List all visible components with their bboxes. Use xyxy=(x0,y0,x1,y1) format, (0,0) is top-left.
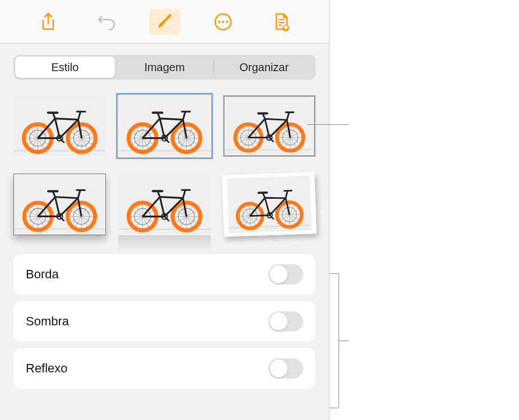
inspector-body: Estilo Imagem Organizar xyxy=(0,44,329,400)
option-label: Reflexo xyxy=(26,361,68,376)
svg-point-2 xyxy=(222,21,224,23)
option-reflexo-row: Reflexo xyxy=(13,348,316,389)
style-options: Borda Sombra Reflexo xyxy=(13,254,316,389)
toolbar xyxy=(0,0,329,44)
svg-point-1 xyxy=(218,21,220,23)
bicycle-icon xyxy=(118,95,211,157)
callout-line-thumb xyxy=(307,124,349,125)
bicycle-icon xyxy=(14,174,105,235)
toggle-knob xyxy=(270,312,288,330)
style-thumb-thin-border[interactable] xyxy=(13,174,106,235)
bicycle-icon xyxy=(13,95,106,157)
toggle-reflexo[interactable] xyxy=(268,358,303,379)
tab-label: Estilo xyxy=(51,61,78,74)
option-label: Borda xyxy=(26,267,59,282)
tab-organizar[interactable]: Organizar xyxy=(214,57,314,78)
svg-point-8 xyxy=(284,26,287,29)
callout-line-options-out xyxy=(339,340,349,341)
option-label: Sombra xyxy=(26,314,69,329)
tab-label: Organizar xyxy=(239,61,289,74)
style-thumbnails xyxy=(13,95,316,235)
toggle-knob xyxy=(270,360,288,377)
option-sombra-row: Sombra xyxy=(13,301,316,342)
style-thumb-plain[interactable] xyxy=(13,95,106,157)
document-options-button[interactable] xyxy=(266,9,297,35)
toggle-sombra[interactable] xyxy=(268,311,303,332)
style-thumb-selected-border[interactable] xyxy=(118,95,211,157)
style-thumb-reflection[interactable] xyxy=(118,174,211,235)
option-borda-row: Borda xyxy=(13,254,316,295)
bicycle-icon xyxy=(225,175,313,233)
share-button[interactable] xyxy=(33,9,64,35)
toggle-borda[interactable] xyxy=(268,264,303,284)
tab-imagem[interactable]: Imagem xyxy=(115,57,215,78)
callout-line-options-top xyxy=(330,273,339,274)
undo-button[interactable] xyxy=(91,9,122,35)
bicycle-icon xyxy=(225,97,314,155)
more-button[interactable] xyxy=(207,9,239,35)
tab-estilo[interactable]: Estilo xyxy=(15,57,115,78)
svg-point-3 xyxy=(226,21,228,23)
tab-label: Imagem xyxy=(144,61,184,74)
toggle-knob xyxy=(270,265,288,283)
inspector-tabs: Estilo Imagem Organizar xyxy=(13,55,316,80)
style-thumb-tilted-frame[interactable] xyxy=(223,174,316,235)
format-inspector-panel: Estilo Imagem Organizar xyxy=(0,0,330,420)
format-brush-button[interactable] xyxy=(149,9,180,35)
style-thumb-gray-border[interactable] xyxy=(223,95,316,157)
callout-line-options-bot xyxy=(330,408,339,408)
bicycle-icon xyxy=(118,174,211,235)
